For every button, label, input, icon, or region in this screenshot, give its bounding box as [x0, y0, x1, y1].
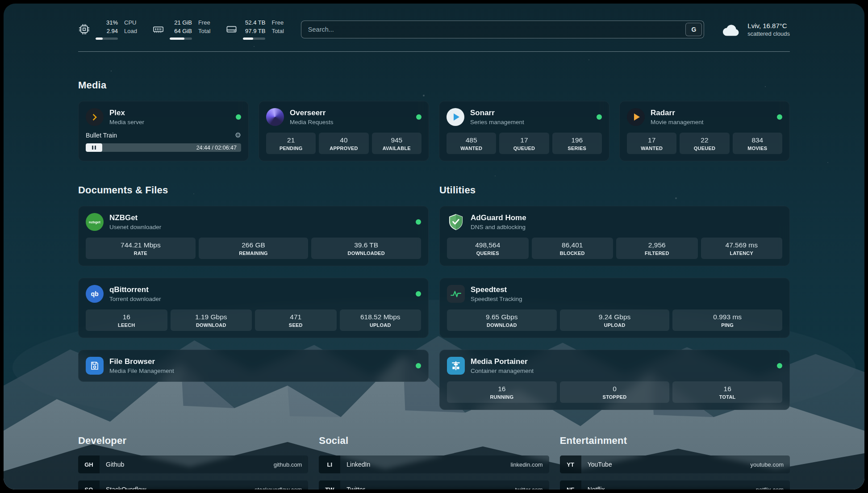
service-card-filebrowser[interactable]: File Browser Media File Management	[78, 350, 429, 382]
cpu-percent: 31%	[106, 19, 118, 26]
dashboard-screen: 31% 2.94 CPU Load	[4, 4, 864, 489]
bookmark-abbr: SO	[78, 480, 100, 489]
status-online-dot	[416, 363, 421, 368]
stat-tile: 1.19 Gbps DOWNLOAD	[171, 309, 252, 331]
status-online-dot	[416, 219, 421, 225]
memory-total-label: Total	[198, 27, 210, 35]
bookmark-name: YouTube	[588, 461, 612, 468]
disk-icon	[225, 23, 238, 35]
stat-tile: 47.569 ms LATENCY	[701, 238, 783, 259]
stat-tile: 834 MOVIES	[733, 133, 782, 154]
status-online-dot	[416, 114, 421, 120]
storage-total-value: 97.9 TB	[245, 27, 265, 35]
status-online-dot	[777, 114, 782, 120]
bookmark-url: twitter.com	[515, 486, 543, 490]
bookmark-linkedin[interactable]: LI LinkedIn linkedin.com	[319, 455, 549, 473]
bookmark-url: stackoverflow.com	[255, 486, 302, 490]
service-card-nzbget[interactable]: nzbget NZBGet Usenet downloader 744.21 M…	[78, 206, 429, 266]
now-playing-title: Bullet Train	[86, 132, 117, 139]
weather-location: Lviv, 16.87°C	[747, 21, 790, 30]
radarr-icon	[627, 108, 645, 126]
service-card-portainer[interactable]: Media Portainer Container management 16 …	[439, 350, 790, 410]
bookmark-youtube[interactable]: YT YouTube youtube.com	[560, 455, 790, 473]
status-online-dot	[777, 363, 782, 368]
memory-free-label: Free	[198, 19, 210, 26]
stat-tile: 744.21 Mbps RATE	[86, 238, 196, 259]
top-bar: 31% 2.94 CPU Load	[78, 19, 790, 40]
bookmark-name: Twitter	[346, 486, 365, 489]
bookmark-twitter[interactable]: TW Twitter twitter.com	[319, 480, 549, 489]
storage-widget: 52.4 TB 97.9 TB Free Total	[225, 19, 284, 40]
bookmark-stackoverflow[interactable]: SO StackOverflow stackoverflow.com	[78, 480, 308, 489]
stat-tile: 17 QUEUED	[499, 133, 549, 154]
service-card-plex[interactable]: Plex Media server Bullet Train ⚙ 24:44 /…	[78, 101, 249, 161]
service-subtitle: Container management	[471, 368, 534, 374]
gear-icon[interactable]: ⚙	[235, 132, 241, 139]
memory-free-value: 21 GiB	[174, 19, 192, 26]
service-name: Media Portainer	[471, 357, 534, 366]
bookmark-abbr: NF	[560, 480, 581, 489]
service-card-qbittorrent[interactable]: qb qBittorrent Torrent downloader 16 LEE…	[78, 278, 429, 338]
service-subtitle: Media server	[109, 119, 144, 125]
bookmark-name: Github	[106, 461, 124, 468]
bookmark-group-entertainment: Entertainment YT YouTube youtube.com NF …	[560, 435, 790, 489]
status-online-dot	[236, 114, 241, 120]
bookmark-group-developer: Developer GH Github github.com SO StackO…	[78, 435, 308, 489]
overseerr-icon	[266, 108, 284, 126]
cpu-load-label: Load	[124, 27, 137, 35]
bookmark-group-social: Social LI LinkedIn linkedin.com TW Twitt…	[319, 435, 549, 489]
stat-tile: 2,956 FILTERED	[616, 238, 698, 259]
memory-widget: 21 GiB 64 GiB Free Total	[152, 19, 210, 40]
stat-tile: 40 APPROVED	[319, 133, 368, 154]
playback-progress-bar[interactable]: 24:44 / 02:06:47	[86, 143, 241, 152]
memory-total-value: 64 GiB	[174, 27, 192, 35]
qbittorrent-icon: qb	[86, 285, 104, 303]
cpu-load-value: 2.94	[107, 27, 118, 35]
cpu-widget: 31% 2.94 CPU Load	[78, 19, 137, 40]
service-card-speedtest[interactable]: Speedtest Speedtest Tracking 9.65 Gbps D…	[439, 278, 790, 338]
section-title-documents: Documents & Files	[78, 184, 429, 196]
service-name: Radarr	[651, 109, 704, 117]
search-input[interactable]	[301, 21, 704, 38]
search-engine-button[interactable]: G	[685, 23, 702, 36]
service-card-overseerr[interactable]: Overseerr Media Requests 21 PENDING 40 A…	[259, 101, 429, 161]
section-media: Media Plex Media server Bullet Train	[78, 79, 790, 161]
playback-time: 24:44 / 02:06:47	[196, 145, 241, 151]
service-subtitle: DNS and adblocking	[471, 224, 526, 230]
section-title-developer: Developer	[78, 435, 308, 447]
bookmark-abbr: LI	[319, 455, 340, 473]
service-name: File Browser	[109, 357, 174, 366]
service-card-adguard[interactable]: AdGuard Home DNS and adblocking 498,564 …	[439, 206, 790, 266]
service-subtitle: Torrent downloader	[109, 296, 161, 302]
bookmark-url: netflix.com	[756, 486, 784, 490]
stat-tile: 498,564 QUERIES	[447, 238, 529, 259]
service-subtitle: Series management	[470, 119, 524, 125]
bookmark-abbr: TW	[319, 480, 340, 489]
service-name: AdGuard Home	[471, 213, 526, 222]
service-card-sonarr[interactable]: Sonarr Series management 485 WANTED 17 Q…	[439, 101, 609, 161]
search-bar: G	[301, 21, 704, 38]
stat-tile: 16 RUNNING	[447, 381, 557, 403]
dashboard-content: 31% 2.94 CPU Load	[4, 4, 864, 489]
adguard-shield-icon	[447, 213, 465, 231]
service-name: Plex	[109, 109, 144, 117]
plex-icon	[86, 108, 104, 126]
stat-tile: 9.24 Gbps UPLOAD	[560, 309, 670, 331]
speedtest-waveform-icon	[447, 285, 465, 303]
service-subtitle: Usenet downloader	[109, 224, 161, 230]
bookmark-url: youtube.com	[751, 461, 784, 468]
stat-tile: 196 SERIES	[552, 133, 602, 154]
stat-tile: 17 WANTED	[627, 133, 676, 154]
weather-widget[interactable]: Lviv, 16.87°C scattered clouds	[721, 21, 790, 38]
storage-usage-bar	[243, 38, 265, 40]
bookmark-netflix[interactable]: NF Netflix netflix.com	[560, 480, 790, 489]
sonarr-icon	[447, 108, 464, 126]
bookmark-github[interactable]: GH Github github.com	[78, 455, 308, 473]
pause-button[interactable]	[86, 143, 102, 152]
stat-tile: 39.6 TB DOWNLOADED	[311, 238, 421, 259]
service-card-radarr[interactable]: Radarr Movie management 17 WANTED 22 QUE…	[619, 101, 790, 161]
bookmark-name: Netflix	[588, 486, 605, 489]
service-name: Overseerr	[290, 109, 334, 117]
status-online-dot	[416, 291, 421, 297]
storage-free-label: Free	[271, 19, 284, 26]
